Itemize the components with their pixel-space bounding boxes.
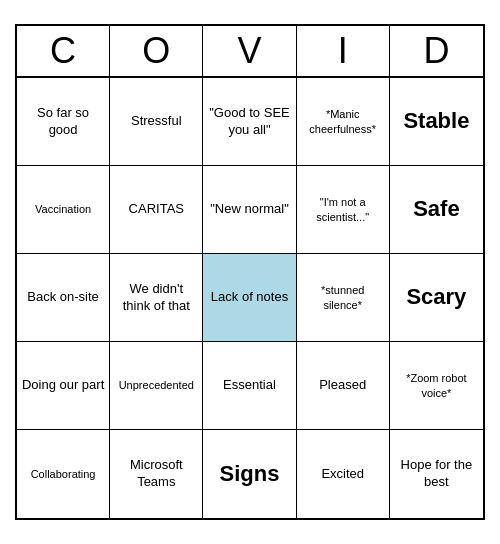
bingo-cell: Hope for the best	[390, 430, 483, 518]
bingo-cell: Excited	[297, 430, 390, 518]
bingo-cell: Doing our part	[17, 342, 110, 430]
bingo-cell: "New normal"	[203, 166, 296, 254]
bingo-cell: Stable	[390, 78, 483, 166]
bingo-cell: Unprecedented	[110, 342, 203, 430]
bingo-cell: *Zoom robot voice*	[390, 342, 483, 430]
header-letter: I	[297, 26, 390, 76]
bingo-cell: Collaborating	[17, 430, 110, 518]
bingo-cell: Pleased	[297, 342, 390, 430]
bingo-cell: "I'm not a scientist..."	[297, 166, 390, 254]
bingo-grid: So far so goodStressful"Good to SEE you …	[17, 78, 483, 518]
bingo-cell: CARITAS	[110, 166, 203, 254]
bingo-card: COVID So far so goodStressful"Good to SE…	[15, 24, 485, 520]
bingo-cell: Vaccination	[17, 166, 110, 254]
bingo-cell: Essential	[203, 342, 296, 430]
bingo-header: COVID	[17, 26, 483, 78]
bingo-cell: *Manic cheerfulness*	[297, 78, 390, 166]
bingo-cell: Microsoft Teams	[110, 430, 203, 518]
bingo-cell: *stunned silence*	[297, 254, 390, 342]
header-letter: O	[110, 26, 203, 76]
bingo-cell: So far so good	[17, 78, 110, 166]
header-letter: V	[203, 26, 296, 76]
bingo-cell: "Good to SEE you all"	[203, 78, 296, 166]
bingo-cell: Signs	[203, 430, 296, 518]
bingo-cell: Back on-site	[17, 254, 110, 342]
bingo-cell: We didn't think of that	[110, 254, 203, 342]
bingo-cell: Safe	[390, 166, 483, 254]
bingo-cell: Scary	[390, 254, 483, 342]
header-letter: C	[17, 26, 110, 76]
bingo-cell: Stressful	[110, 78, 203, 166]
header-letter: D	[390, 26, 483, 76]
bingo-cell: Lack of notes	[203, 254, 296, 342]
